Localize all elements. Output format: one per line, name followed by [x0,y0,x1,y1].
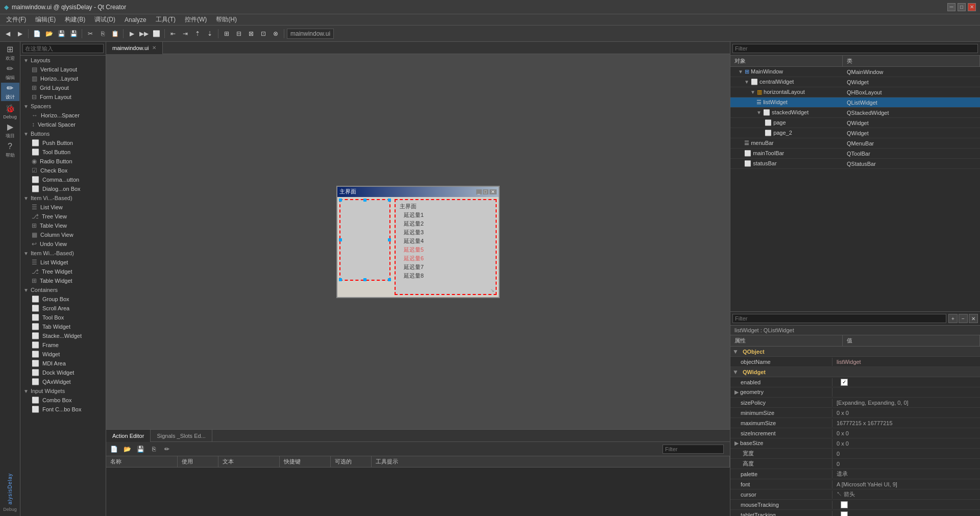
resize-handle-bc[interactable] [363,278,366,281]
widget-undo-view[interactable]: ↩ Undo View [20,239,106,249]
sidebar-help[interactable]: ? 帮助 [1,141,19,159]
widget-tab-widget[interactable]: ⬜ Tab Widget [20,322,106,331]
sidebar-edit[interactable]: ✏ 编辑 [1,63,19,82]
sidebar-design[interactable]: ✏ 设计 [1,83,19,101]
widget-vertical-layout[interactable]: ▤ Vertical Layout [20,65,106,74]
obj-row-page[interactable]: ⬜ page QWidget [730,118,980,128]
prop-search-input[interactable] [732,314,946,323]
resize-handle-tl[interactable] [339,199,342,202]
sidebar-project[interactable]: ▶ 项目 [1,121,19,140]
widget-group-spacers[interactable]: ▼ Spacers [20,102,106,111]
widget-check-box[interactable]: ☑ Check Box [20,166,106,175]
tb-vgrid[interactable]: ⊠ [246,28,257,39]
prop-width[interactable]: 宽度 0 [730,449,980,459]
widget-table-view[interactable]: ⊞ Table View [20,221,106,230]
tb-align-t[interactable]: ⇡ [192,28,203,39]
widget-tool-button[interactable]: ⬜ Tool Button [20,148,106,157]
tb-hgrid[interactable]: ⊟ [233,28,244,39]
obj-row-list-widget[interactable]: ☰ listWidget QListWidget [730,97,980,108]
tb-save[interactable]: 💾 [56,28,67,39]
prop-palette[interactable]: palette 遗承 [730,469,980,479]
obj-row-menu-bar[interactable]: ☰ menuBar QMenuBar [730,138,980,149]
widget-horizontal-layout[interactable]: ▥ Horizo...Layout [20,74,106,83]
tb-paste[interactable]: 📋 [109,28,120,39]
prop-group-qobject[interactable]: ▼ QObject [730,347,980,357]
close-button[interactable]: ✕ [968,3,976,11]
form-max-btn[interactable]: □ [483,189,488,194]
tb-new[interactable]: 📄 [31,28,42,39]
tb-cut[interactable]: ✂ [85,28,96,39]
prop-filter-plus[interactable]: + [948,314,958,323]
menu-analyze[interactable]: Analyze [120,15,151,24]
obj-row-central-widget[interactable]: ▼ ⬜ centralWidget QWidget [730,77,980,87]
widget-dialog-button[interactable]: ⬜ Dialog...on Box [20,184,106,193]
prop-mouse-tracking[interactable]: mouseTracking [730,500,980,510]
tb-align-l[interactable]: ⇤ [167,28,179,39]
prop-size-policy[interactable]: sizePolicy [Expanding, Expanding, 0, 0] [730,398,980,408]
tb-form[interactable]: ⊡ [258,28,269,39]
widget-tool-box[interactable]: ⬜ Tool Box [20,313,106,322]
prop-base-size[interactable]: ▶ baseSize 0 x 0 [730,438,980,449]
menu-edit[interactable]: 编辑(E) [31,14,60,25]
prop-tablet-tracking[interactable]: tabletTracking [730,510,980,516]
widget-command-button[interactable]: ⬜ Comma...utton [20,175,106,184]
list-widget-container[interactable] [339,199,390,281]
centralwidget-arrow[interactable]: ▼ [744,79,749,85]
widget-widget[interactable]: ⬜ Widget [20,350,106,359]
geometry-expand[interactable]: ▶ [734,389,739,395]
action-save-btn[interactable]: 💾 [135,444,146,455]
widget-tree-view[interactable]: ⎇ Tree View [20,212,106,221]
tb-back[interactable]: ◀ [2,28,13,39]
widget-stacked-widget[interactable]: ⬜ Stacke...Widget [20,331,106,340]
design-tab-close-icon[interactable]: ✕ [152,45,156,51]
prop-group-qwidget[interactable]: ▼ QWidget [730,367,980,377]
resize-handle-tr[interactable] [388,199,391,202]
widget-horizontal-spacer[interactable]: ↔ Horizo...Spacer [20,111,106,120]
prop-font[interactable]: font A [Microsoft YaHei UI, 9] [730,479,980,489]
tb-forward[interactable]: ▶ [14,28,26,39]
mainwindow-arrow[interactable]: ▼ [738,69,743,75]
basesize-expand[interactable]: ▶ [734,440,739,446]
widget-font-combo-box[interactable]: ⬜ Font C...bo Box [20,405,106,414]
action-new-btn[interactable]: 📄 [108,444,119,455]
tab-signals-slots[interactable]: Signals _Slots Ed... [151,430,212,442]
enabled-checkbox[interactable]: ✓ [841,379,848,386]
menu-file[interactable]: 文件(F) [2,14,30,25]
obj-tree[interactable]: ▼ ⊞ MainWindow QMainWindow ▼ ⬜ centralWi… [730,67,980,311]
design-canvas[interactable]: 主界面 _ □ ✕ [106,54,730,429]
form-window[interactable]: 主界面 _ □ ✕ [336,186,500,298]
tab-action-editor[interactable]: Action Editor [106,430,151,442]
action-edit-btn[interactable]: ✏ [161,444,173,455]
prop-height[interactable]: 高度 0 [730,459,980,469]
widget-group-item-views[interactable]: ▼ Item Vi...-Based) [20,193,106,203]
prop-size-increment[interactable]: sizeIncrement 0 x 0 [730,428,980,438]
action-open-btn[interactable]: 📂 [121,444,133,455]
resize-handle-br[interactable] [388,278,391,281]
tb-run[interactable]: ▶▶ [138,28,150,39]
widget-group-buttons[interactable]: ▼ Buttons [20,129,106,138]
widget-push-button[interactable]: ⬜ Push Button [20,138,106,148]
tb-grid[interactable]: ⊞ [221,28,232,39]
hlayout-arrow[interactable]: ▼ [750,89,755,95]
prop-geometry[interactable]: ▶ geometry [730,387,980,398]
obj-row-horizontal-layout[interactable]: ▼ ▥ horizontalLayout QHBoxLayout [730,87,980,97]
form-min-btn[interactable]: _ [476,189,482,194]
widget-table-widget[interactable]: ⊞ Table Widget [20,276,106,285]
obj-search-input[interactable] [732,44,978,53]
stacked-arrow[interactable]: ▼ [756,110,762,115]
widget-group-input[interactable]: ▼ Input Widgets [20,386,106,396]
prop-filter-close[interactable]: ✕ [969,314,978,323]
resize-handle-bl[interactable] [339,278,342,281]
obj-row-stacked-widget[interactable]: ▼ ⬜ stackedWidget QStackedWidget [730,108,980,118]
widget-frame[interactable]: ⬜ Frame [20,340,106,350]
menu-tools[interactable]: 工具(T) [152,14,180,25]
tb-break[interactable]: ⊗ [270,28,281,39]
widget-dock-widget[interactable]: ⬜ Dock Widget [20,368,106,377]
tb-stop[interactable]: ⬜ [151,28,162,39]
tb-align-r[interactable]: ⇥ [180,28,191,39]
tb-open[interactable]: 📂 [43,28,55,39]
tb-align-b[interactable]: ⇣ [204,28,215,39]
obj-row-page-2[interactable]: ⬜ page_2 QWidget [730,128,980,138]
widget-column-view[interactable]: ▦ Column View [20,230,106,239]
obj-row-mainwindow[interactable]: ▼ ⊞ MainWindow QMainWindow [730,67,980,77]
